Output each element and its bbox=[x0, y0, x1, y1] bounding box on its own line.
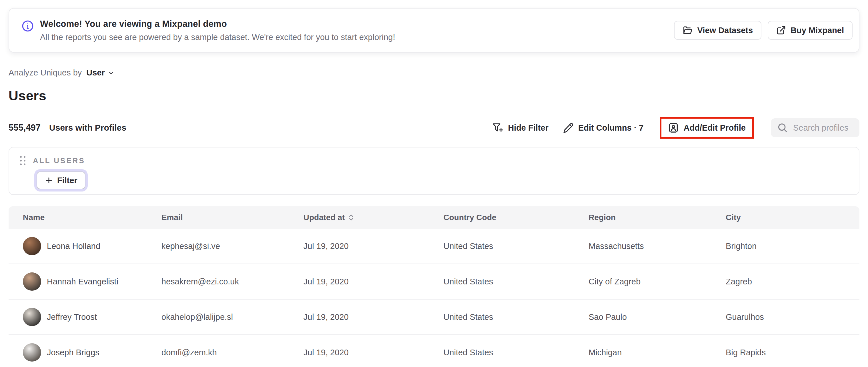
user-email: domfi@zem.kh bbox=[161, 348, 303, 357]
annotation-highlight-box: Add/Edit Profile bbox=[660, 117, 754, 139]
pencil-icon bbox=[563, 122, 574, 133]
filter-panel: ALL USERS Filter bbox=[8, 147, 860, 195]
add-edit-profile-button[interactable]: Add/Edit Profile bbox=[668, 122, 746, 133]
search-profiles-input[interactable] bbox=[793, 123, 853, 133]
user-updated-at: Jul 19, 2020 bbox=[303, 277, 443, 286]
sort-icon[interactable] bbox=[348, 214, 354, 221]
user-country-code: United States bbox=[443, 348, 589, 357]
table-row[interactable]: Joseph Briggs domfi@zem.kh Jul 19, 2020 … bbox=[8, 335, 860, 367]
analyze-prefix-label: Analyze Uniques by bbox=[8, 68, 82, 78]
plus-icon bbox=[44, 176, 53, 185]
table-row[interactable]: Leona Holland kephesaj@si.ve Jul 19, 202… bbox=[8, 229, 860, 264]
user-email: kephesaj@si.ve bbox=[161, 242, 303, 251]
controls-row: 555,497 Users with Profiles Hide Filter bbox=[8, 115, 860, 141]
hide-filter-button[interactable]: Hide Filter bbox=[492, 122, 549, 133]
user-updated-at: Jul 19, 2020 bbox=[303, 242, 443, 251]
view-datasets-button[interactable]: View Datasets bbox=[674, 21, 762, 40]
column-header-country-code[interactable]: Country Code bbox=[443, 213, 589, 222]
search-profiles-box bbox=[771, 118, 860, 137]
info-icon bbox=[22, 20, 34, 32]
search-icon bbox=[777, 122, 788, 133]
avatar bbox=[23, 272, 41, 291]
user-country-code: United States bbox=[443, 242, 589, 251]
group-label: ALL USERS bbox=[33, 156, 85, 165]
avatar bbox=[23, 308, 41, 326]
edit-columns-button[interactable]: Edit Columns · 7 bbox=[563, 122, 644, 133]
chevron-down-icon bbox=[108, 69, 115, 76]
buy-mixpanel-button[interactable]: Buy Mixpanel bbox=[768, 21, 852, 40]
demo-banner: Welcome! You are viewing a Mixpanel demo… bbox=[8, 8, 860, 53]
drag-handle-icon[interactable] bbox=[19, 155, 27, 166]
user-region: Massachusetts bbox=[589, 242, 726, 251]
column-header-updated-at[interactable]: Updated at bbox=[303, 213, 443, 222]
user-name: Leona Holland bbox=[47, 242, 100, 251]
user-city: Guarulhos bbox=[726, 312, 845, 322]
column-header-email[interactable]: Email bbox=[161, 213, 303, 222]
profiles-count-label: Users with Profiles bbox=[49, 123, 126, 133]
user-email: okahelop@lalijpe.sl bbox=[161, 312, 303, 322]
user-country-code: United States bbox=[443, 312, 589, 322]
user-region: City of Zagreb bbox=[589, 277, 726, 286]
column-header-name[interactable]: Name bbox=[23, 213, 161, 222]
user-region: Michigan bbox=[589, 348, 726, 357]
avatar bbox=[23, 237, 41, 255]
user-updated-at: Jul 19, 2020 bbox=[303, 312, 443, 322]
column-header-city[interactable]: City bbox=[726, 213, 845, 222]
users-page: Welcome! You are viewing a Mixpanel demo… bbox=[0, 8, 868, 367]
column-header-region[interactable]: Region bbox=[589, 213, 726, 222]
add-filter-button[interactable]: Filter bbox=[37, 172, 86, 189]
page-title: Users bbox=[8, 88, 860, 103]
external-link-icon bbox=[776, 25, 786, 35]
user-city: Brighton bbox=[726, 242, 845, 251]
user-country-code: United States bbox=[443, 277, 589, 286]
banner-message: Welcome! You are viewing a Mixpanel demo… bbox=[22, 19, 395, 42]
users-table: Name Email Updated at Country Code Regio… bbox=[8, 206, 860, 367]
banner-title: Welcome! You are viewing a Mixpanel demo bbox=[40, 19, 395, 29]
banner-subtitle: All the reports you see are powered by a… bbox=[40, 33, 395, 42]
folder-icon bbox=[683, 25, 693, 35]
user-updated-at: Jul 19, 2020 bbox=[303, 348, 443, 357]
user-name: Hannah Evangelisti bbox=[47, 277, 118, 286]
person-badge-icon bbox=[668, 122, 679, 133]
funnel-plus-icon bbox=[492, 122, 503, 133]
analyze-row: Analyze Uniques by User bbox=[8, 68, 860, 78]
user-email: hesakrem@ezi.co.uk bbox=[161, 277, 303, 286]
user-name: Joseph Briggs bbox=[47, 348, 99, 357]
analyze-by-dropdown[interactable]: User bbox=[86, 68, 115, 78]
table-row[interactable]: Jeffrey Troost okahelop@lalijpe.sl Jul 1… bbox=[8, 300, 860, 335]
avatar bbox=[23, 343, 41, 362]
user-city: Zagreb bbox=[726, 277, 845, 286]
user-name: Jeffrey Troost bbox=[47, 312, 97, 322]
table-row[interactable]: Hannah Evangelisti hesakrem@ezi.co.uk Ju… bbox=[8, 264, 860, 300]
user-city: Big Rapids bbox=[726, 348, 845, 357]
profiles-count: 555,497 bbox=[8, 123, 40, 133]
user-region: Sao Paulo bbox=[589, 312, 726, 322]
table-body: Leona Holland kephesaj@si.ve Jul 19, 202… bbox=[8, 229, 860, 367]
table-header: Name Email Updated at Country Code Regio… bbox=[8, 206, 860, 229]
